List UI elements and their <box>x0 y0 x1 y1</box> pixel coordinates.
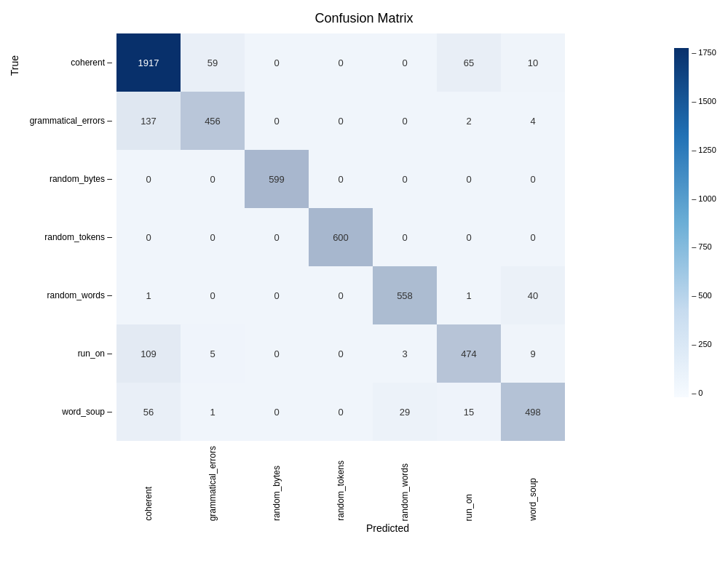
colorbar-tick: – 1250 <box>692 146 716 154</box>
matrix-cell: 1917 <box>116 33 181 92</box>
col-label-text: run_on <box>464 491 474 521</box>
colorbar: – 1750– 1500– 1250– 1000– 750– 500– 250–… <box>670 48 721 397</box>
matrix-cell: 0 <box>309 92 373 150</box>
matrix-cell: 474 <box>437 324 501 383</box>
matrix-cell: 3 <box>373 324 437 383</box>
row-label: random_words – <box>22 290 116 300</box>
matrix-cell: 0 <box>501 208 565 266</box>
matrix-cell: 0 <box>309 150 373 208</box>
matrix-cell: 0 <box>437 150 501 208</box>
col-label-item: grammatical_errors <box>181 441 245 521</box>
matrix-cell: 65 <box>437 33 501 92</box>
matrix-cell: 2 <box>437 92 501 150</box>
col-label-text: coherent <box>143 484 154 521</box>
colorbar-tick: – 500 <box>692 291 716 300</box>
matrix-row: coherent –1917590006510 <box>22 33 659 92</box>
col-labels-row: coherentgrammatical_errorsrandom_bytesra… <box>116 441 565 521</box>
matrix-cell: 0 <box>245 208 309 266</box>
col-label-text: word_soup <box>528 475 538 521</box>
matrix-cell: 0 <box>309 383 373 441</box>
matrix-cell: 9 <box>501 324 565 383</box>
matrix-cell: 4 <box>501 92 565 150</box>
matrix-cell: 0 <box>245 92 309 150</box>
row-label: random_bytes – <box>22 174 116 184</box>
matrix-cell: 15 <box>437 383 501 441</box>
x-axis-label: Predicted <box>116 522 659 534</box>
colorbar-gradient <box>674 48 689 397</box>
col-label-text: random_bytes <box>272 463 282 521</box>
matrix-cell: 0 <box>181 266 245 324</box>
col-label-text: random_tokens <box>336 458 346 521</box>
matrix-cell: 498 <box>501 383 565 441</box>
matrix-row: word_soup –561002915498 <box>22 383 659 441</box>
matrix-row: random_words –1000558140 <box>22 266 659 324</box>
y-axis-label: True <box>7 55 22 76</box>
col-label-item: random_bytes <box>245 441 309 521</box>
colorbar-tick: – 250 <box>692 340 716 348</box>
matrix-cell: 0 <box>309 324 373 383</box>
matrix-cell: 0 <box>373 33 437 92</box>
matrix-cell: 0 <box>181 150 245 208</box>
col-label-item: random_words <box>373 441 437 521</box>
matrix-cell: 137 <box>116 92 181 150</box>
row-label: coherent – <box>22 57 116 68</box>
matrix-cell: 5 <box>181 324 245 383</box>
matrix-cell: 600 <box>309 208 373 266</box>
matrix-cell: 1 <box>116 266 181 324</box>
matrix-cell: 0 <box>373 208 437 266</box>
matrix-cell: 0 <box>181 208 245 266</box>
matrix-row: grammatical_errors –13745600024 <box>22 92 659 150</box>
matrix-cell: 558 <box>373 266 437 324</box>
matrix-cell: 456 <box>181 92 245 150</box>
col-label-item: run_on <box>437 441 501 521</box>
chart-body: True coherent –1917590006510grammatical_… <box>7 33 721 575</box>
matrix-row: random_tokens –000600000 <box>22 208 659 266</box>
matrix-cell: 0 <box>501 150 565 208</box>
row-label: word_soup – <box>22 407 116 417</box>
matrix-cell: 0 <box>245 266 309 324</box>
matrix-cell: 0 <box>373 150 437 208</box>
matrix-cell: 56 <box>116 383 181 441</box>
matrix-cell: 0 <box>309 33 373 92</box>
colorbar-tick: – 1500 <box>692 97 716 105</box>
matrix-cell: 0 <box>437 208 501 266</box>
colorbar-tick: – 1750 <box>692 48 716 57</box>
matrix-cell: 29 <box>373 383 437 441</box>
col-label-item: word_soup <box>501 441 565 521</box>
colorbar-tick-labels: – 1750– 1500– 1250– 1000– 750– 500– 250–… <box>692 48 716 397</box>
chart-title: Confusion Matrix <box>314 11 413 26</box>
matrix-cell: 40 <box>501 266 565 324</box>
matrix-cell: 0 <box>116 150 181 208</box>
chart-container: Confusion Matrix True coherent –19175900… <box>7 7 721 575</box>
matrix-cell: 0 <box>309 266 373 324</box>
matrix-cell: 0 <box>116 208 181 266</box>
matrix-cell: 0 <box>245 33 309 92</box>
matrix-cell: 1 <box>437 266 501 324</box>
matrix-cell: 10 <box>501 33 565 92</box>
matrix-cell: 109 <box>116 324 181 383</box>
row-label: random_tokens – <box>22 232 116 242</box>
matrix-cell: 59 <box>181 33 245 92</box>
colorbar-tick: – 1000 <box>692 194 716 203</box>
colorbar-tick: – 0 <box>692 388 716 397</box>
matrix-cell: 0 <box>245 324 309 383</box>
matrix-section: coherent –1917590006510grammatical_error… <box>22 33 659 534</box>
matrix-row: random_bytes –005990000 <box>22 150 659 208</box>
matrix-cell: 1 <box>181 383 245 441</box>
col-label-text: random_words <box>400 461 410 521</box>
matrix-row: run_on –10950034749 <box>22 324 659 383</box>
row-label: grammatical_errors – <box>22 116 116 126</box>
row-label: run_on – <box>22 348 116 359</box>
matrix-cell: 0 <box>245 383 309 441</box>
col-label-item: random_tokens <box>309 441 373 521</box>
colorbar-tick: – 750 <box>692 242 716 251</box>
col-label-text: grammatical_errors <box>207 443 218 521</box>
matrix-cell: 599 <box>245 150 309 208</box>
matrix-cell: 0 <box>373 92 437 150</box>
col-label-item: coherent <box>116 441 181 521</box>
